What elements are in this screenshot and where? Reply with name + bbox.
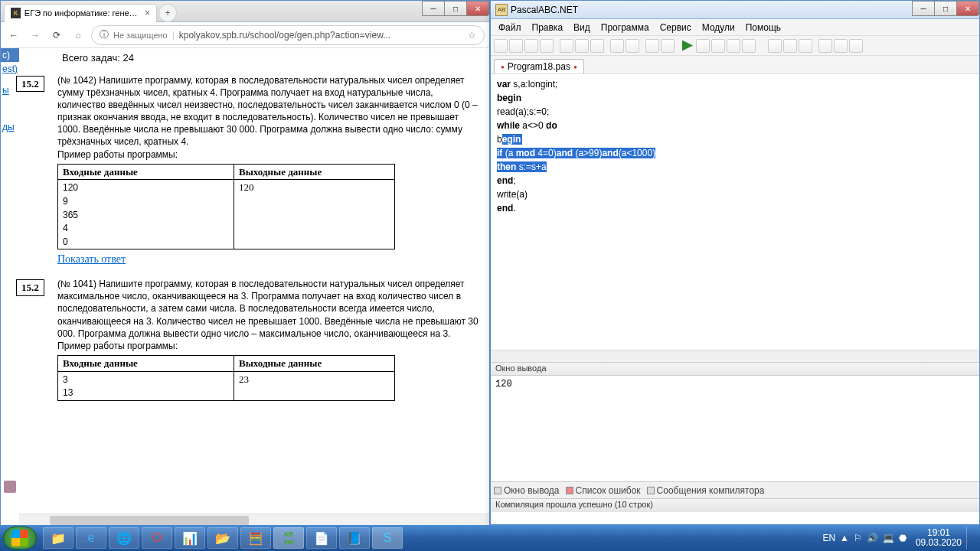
- tray-net-icon[interactable]: 💻: [883, 533, 894, 543]
- taskbar-ie-icon[interactable]: e: [76, 527, 106, 549]
- star-icon[interactable]: ☆: [468, 30, 476, 41]
- close-button[interactable]: ✕: [466, 1, 489, 16]
- output-icon: [494, 487, 501, 494]
- menu-program[interactable]: Программа: [596, 21, 654, 34]
- io-table: Входные данныеВыходные данные 31323: [57, 355, 395, 401]
- compiler-icon: [647, 487, 655, 494]
- back-button[interactable]: ←: [5, 27, 22, 44]
- minimize-button[interactable]: ─: [422, 1, 445, 16]
- tray-app-icon[interactable]: ⬣: [899, 533, 906, 543]
- tb-undo-icon[interactable]: [610, 39, 624, 53]
- toolbar: [491, 36, 979, 56]
- tb-panel1-icon[interactable]: [768, 39, 782, 53]
- sidebar-item[interactable]: ды: [1, 120, 19, 134]
- io-table: Входные данныеВыходные данные 1209365401…: [57, 164, 395, 249]
- tray-flag-icon[interactable]: ▲: [840, 533, 849, 543]
- tb-stop-icon[interactable]: [727, 39, 740, 53]
- tb-redo-icon[interactable]: [626, 39, 639, 53]
- menu-file[interactable]: Файл: [494, 21, 526, 34]
- taskbar-app-icon[interactable]: 📄: [306, 527, 337, 549]
- taskbar-folder-icon[interactable]: 📂: [207, 527, 238, 549]
- tb-copy-icon[interactable]: [575, 39, 589, 53]
- avatar-icon: [4, 481, 16, 493]
- tb-navback-icon[interactable]: [645, 39, 659, 53]
- tb-new-icon[interactable]: [494, 39, 508, 53]
- menu-view[interactable]: Вид: [569, 21, 595, 34]
- tray-clock[interactable]: 19:0109.03.2020: [916, 528, 962, 548]
- file-tab[interactable]: ●Program18.pas●: [494, 59, 584, 73]
- tb-cut-icon[interactable]: [560, 39, 573, 53]
- tb-saveall-icon[interactable]: [540, 39, 554, 53]
- home-button[interactable]: ⌂: [70, 27, 87, 44]
- tb-navfwd-icon[interactable]: [661, 39, 675, 53]
- col-input: Входные данные: [58, 356, 234, 372]
- tb-open-icon[interactable]: [509, 39, 523, 53]
- show-answer-link[interactable]: Показать ответ: [57, 253, 126, 265]
- security-label: Не защищено: [113, 31, 168, 40]
- menu-modules[interactable]: Модули: [697, 21, 740, 34]
- output-cell: 23: [234, 371, 395, 400]
- browser-titlebar[interactable]: К ЕГЭ по информатике: генератор × + ─ □ …: [1, 1, 489, 22]
- taskbar-app-icon[interactable]: 🧮: [240, 527, 271, 549]
- col-input: Входные данные: [58, 164, 234, 180]
- forward-button[interactable]: →: [27, 27, 44, 44]
- modified-icon: ●: [573, 64, 577, 70]
- url-field[interactable]: ⓘ Не защищено | kpolyakov.spb.ru/school/…: [91, 25, 485, 45]
- new-tab-button[interactable]: +: [158, 4, 177, 22]
- tray-lang[interactable]: EN: [822, 533, 835, 543]
- tb-save-icon[interactable]: [524, 39, 538, 53]
- tb-stepover-icon[interactable]: [711, 39, 725, 53]
- output-panel-label: Окно вывода: [491, 362, 979, 376]
- sidebar-item[interactable]: с): [1, 48, 19, 62]
- browser-tab[interactable]: К ЕГЭ по информатике: генератор ×: [4, 4, 157, 22]
- taskbar-explorer-icon[interactable]: 📁: [43, 527, 74, 549]
- taskbar-chrome-icon[interactable]: 🌐: [109, 527, 139, 549]
- tb-opt1-icon[interactable]: [818, 39, 832, 53]
- tb-compile-icon[interactable]: [742, 39, 756, 53]
- reload-button[interactable]: ⟳: [48, 27, 65, 44]
- taskbar-skype-icon[interactable]: S: [372, 527, 403, 549]
- maximize-button[interactable]: □: [934, 1, 957, 16]
- tab-compiler[interactable]: Сообщения компилятора: [647, 485, 765, 496]
- menu-service[interactable]: Сервис: [655, 21, 696, 34]
- url-text: kpolyakov.spb.ru/school/oge/gen.php?acti…: [179, 30, 390, 41]
- menu-help[interactable]: Помощь: [741, 21, 786, 34]
- close-button[interactable]: ✕: [956, 1, 979, 16]
- tb-run-button[interactable]: [681, 39, 694, 53]
- page-content: с) est) ы ды Всего задач: 24 15.2 (№ 104…: [1, 48, 489, 526]
- tb-step-icon[interactable]: [696, 39, 710, 53]
- taskbar-opera-icon[interactable]: O: [142, 527, 172, 549]
- tab-close-icon[interactable]: ×: [145, 8, 150, 18]
- example-label: Пример работы программы:: [57, 148, 482, 161]
- sidebar-item[interactable]: est): [1, 62, 19, 76]
- tb-panel2-icon[interactable]: [783, 39, 797, 53]
- horizontal-scrollbar[interactable]: [19, 514, 489, 526]
- status-bar: Компиляция прошла успешно (10 строк): [491, 498, 979, 512]
- taskbar-app-icon[interactable]: 📘: [339, 527, 370, 549]
- tb-opt3-icon[interactable]: [849, 39, 863, 53]
- tb-panel3-icon[interactable]: [799, 39, 812, 53]
- tb-paste-icon[interactable]: [590, 39, 604, 53]
- tray-action-icon[interactable]: ⚐: [854, 533, 862, 543]
- tab-output[interactable]: Окно вывода: [494, 485, 560, 496]
- address-bar: ← → ⟳ ⌂ ⓘ Не защищено | kpolyakov.spb.ru…: [1, 22, 489, 48]
- menu-edit[interactable]: Правка: [528, 21, 568, 34]
- maximize-button[interactable]: □: [444, 1, 467, 16]
- ide-title: PascalABC.NET: [511, 5, 578, 15]
- show-desktop-button[interactable]: [966, 527, 972, 549]
- taskbar-app-icon[interactable]: 📊: [175, 527, 205, 549]
- tb-opt2-icon[interactable]: [834, 39, 848, 53]
- minimize-button[interactable]: ─: [912, 1, 935, 16]
- input-cell: 120936540: [58, 180, 234, 249]
- code-editor[interactable]: var s,a:longint; begin read(a);s:=0; whi…: [491, 74, 979, 362]
- tray-sound-icon[interactable]: 🔊: [867, 533, 878, 543]
- file-tab-label: Program18.pas: [508, 61, 570, 72]
- ide-window: AB PascalABC.NET ─ □ ✕ Файл Правка Вид П…: [490, 0, 980, 525]
- output-panel[interactable]: 120: [491, 376, 979, 481]
- task-number-badge: 15.2: [16, 279, 44, 296]
- ide-titlebar[interactable]: AB PascalABC.NET ─ □ ✕: [491, 1, 979, 19]
- taskbar-pascal-icon[interactable]: ABnet: [273, 527, 304, 549]
- tab-errors[interactable]: Список ошибок: [566, 485, 641, 496]
- start-button[interactable]: [3, 527, 37, 549]
- editor-scrollbar[interactable]: [491, 350, 979, 362]
